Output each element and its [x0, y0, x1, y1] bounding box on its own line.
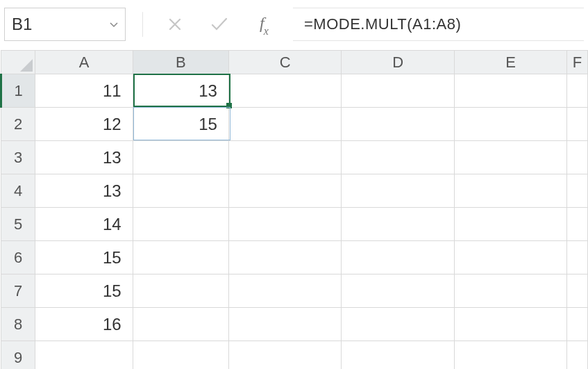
cell-c2[interactable] — [228, 108, 341, 141]
name-box[interactable]: B1 — [4, 8, 126, 41]
cell-e2[interactable] — [454, 108, 566, 141]
row-header-9[interactable]: 9 — [1, 341, 35, 370]
cell-c1[interactable] — [228, 74, 341, 108]
cell-f9[interactable] — [567, 341, 588, 370]
column-header-c[interactable]: C — [228, 51, 341, 74]
cell-f7[interactable] — [567, 274, 588, 308]
cell-b9[interactable] — [133, 341, 228, 370]
cell-f6[interactable] — [567, 241, 588, 274]
cell-e8[interactable] — [454, 308, 566, 341]
insert-function-button[interactable]: fx — [249, 9, 279, 40]
cell-a9[interactable] — [35, 341, 133, 370]
row-header-1[interactable]: 1 — [1, 74, 35, 108]
cell-b2[interactable]: 15 — [133, 108, 228, 141]
cell-e1[interactable] — [454, 74, 566, 108]
cell-d5[interactable] — [342, 208, 454, 241]
column-header-a[interactable]: A — [35, 51, 133, 74]
spreadsheet-grid[interactable]: A B C D E F 1 11 13 2 12 15 3 13 4 13 — [0, 50, 588, 369]
cell-a5[interactable]: 14 — [35, 208, 133, 241]
separator — [142, 12, 143, 37]
row-header-5[interactable]: 5 — [1, 208, 35, 241]
cell-b7[interactable] — [133, 274, 228, 308]
cell-c8[interactable] — [228, 308, 341, 341]
cell-f4[interactable] — [567, 174, 588, 208]
cell-d3[interactable] — [342, 141, 454, 174]
cancel-button[interactable] — [160, 9, 190, 40]
cell-b5[interactable] — [133, 208, 228, 241]
cell-a4[interactable]: 13 — [35, 174, 133, 208]
cell-b4[interactable] — [133, 174, 228, 208]
cell-f3[interactable] — [567, 141, 588, 174]
cell-d7[interactable] — [342, 274, 454, 308]
cell-b6[interactable] — [133, 241, 228, 274]
cell-d1[interactable] — [342, 74, 454, 108]
cell-f1[interactable] — [567, 74, 588, 108]
cell-a1[interactable]: 11 — [35, 74, 133, 108]
cell-e3[interactable] — [454, 141, 566, 174]
cell-e5[interactable] — [454, 208, 566, 241]
select-all-corner[interactable] — [1, 51, 35, 74]
cell-e7[interactable] — [454, 274, 566, 308]
cell-b8[interactable] — [133, 308, 228, 341]
cell-a3[interactable]: 13 — [35, 141, 133, 174]
formula-input-value: =MODE.MULT(A1:A8) — [304, 15, 461, 33]
cell-e4[interactable] — [454, 174, 566, 208]
cell-b3[interactable] — [133, 141, 228, 174]
row-header-4[interactable]: 4 — [1, 174, 35, 208]
cell-f8[interactable] — [567, 308, 588, 341]
cell-a8[interactable]: 16 — [35, 308, 133, 341]
cell-a6[interactable]: 15 — [35, 241, 133, 274]
cell-d4[interactable] — [342, 174, 454, 208]
cell-d9[interactable] — [342, 341, 454, 370]
cell-c7[interactable] — [228, 274, 341, 308]
row-header-7[interactable]: 7 — [1, 274, 35, 308]
cell-a7[interactable]: 15 — [35, 274, 133, 308]
confirm-button[interactable] — [204, 9, 235, 40]
chevron-down-icon[interactable] — [110, 19, 118, 30]
name-box-value: B1 — [12, 15, 32, 34]
cell-c4[interactable] — [228, 174, 341, 208]
cell-f5[interactable] — [567, 208, 588, 241]
row-header-8[interactable]: 8 — [1, 308, 35, 341]
cell-d6[interactable] — [342, 241, 454, 274]
cell-e6[interactable] — [454, 241, 566, 274]
row-header-6[interactable]: 6 — [1, 241, 35, 274]
cell-c3[interactable] — [228, 141, 341, 174]
column-header-d[interactable]: D — [342, 51, 454, 74]
cell-f2[interactable] — [567, 108, 588, 141]
cell-c5[interactable] — [228, 208, 341, 241]
cell-d8[interactable] — [342, 308, 454, 341]
formula-input[interactable]: =MODE.MULT(A1:A8) — [293, 8, 584, 41]
cell-c6[interactable] — [228, 241, 341, 274]
cell-c9[interactable] — [228, 341, 341, 370]
fx-icon: fx — [260, 14, 268, 35]
cell-a2[interactable]: 12 — [35, 108, 133, 141]
cell-b1[interactable]: 13 — [133, 74, 228, 108]
row-header-3[interactable]: 3 — [1, 141, 35, 174]
cell-d2[interactable] — [342, 108, 454, 141]
cell-e9[interactable] — [454, 341, 566, 370]
row-header-2[interactable]: 2 — [1, 108, 35, 141]
column-header-b[interactable]: B — [133, 51, 228, 74]
formula-bar: B1 fx =MODE.MULT(A1:A8) — [0, 0, 588, 50]
column-header-f[interactable]: F — [567, 51, 588, 74]
column-header-e[interactable]: E — [454, 51, 566, 74]
